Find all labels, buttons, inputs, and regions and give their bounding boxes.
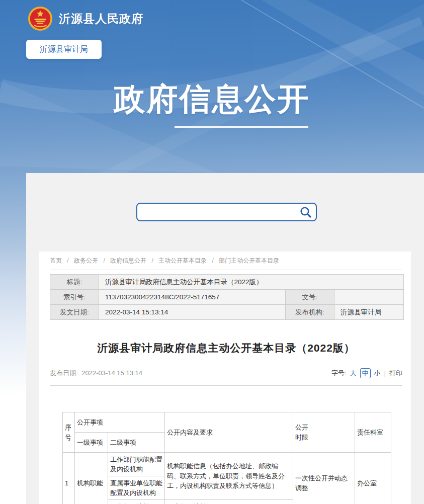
document-meta-table: 标题: 沂源县审计局政府信息主动公开基本目录（2022版） 索引号: 11370… [50, 274, 404, 320]
meta-index-label: 索引号: [50, 290, 99, 305]
cell-level1: 机构职能 [75, 453, 108, 504]
breadcrumb-basic-catalog[interactable]: 主动公开基本目录 [158, 257, 207, 264]
breadcrumb-dept-catalog[interactable]: 部门主动公开基本目录 [219, 257, 279, 264]
col-header-timeline: 公开 时限 [293, 412, 355, 453]
font-size-small-button[interactable]: 小 [374, 369, 381, 378]
breadcrumb-separator: / [212, 257, 213, 264]
site-logo-link[interactable]: 沂源县人民政府 [28, 6, 143, 31]
cell-level2-sub3: 职责任务清单 [108, 500, 165, 504]
col-header-dept: 责任科室 [355, 412, 391, 453]
meta-title-label: 标题: [50, 275, 99, 290]
breadcrumb-divider [50, 270, 402, 270]
national-emblem-icon [28, 6, 53, 31]
cell-content-sub12: 机构职能信息（包括办公地址、邮政编码、联系方式，单位职责，领导姓名及分工，内设机… [165, 453, 293, 500]
cell-dept: 办公室 [355, 453, 391, 504]
publish-date-label: 发布日期: [50, 369, 78, 377]
breadcrumb-zhengwu[interactable]: 政务公开 [74, 257, 98, 264]
col-header-seq: 序号 [63, 412, 75, 453]
cell-seq: 1 [63, 453, 75, 504]
article-divider [50, 385, 402, 386]
publish-date-value: 2022-03-14 15:13:14 [81, 369, 142, 377]
cell-level2-sub1: 工作部门职能配置及内设机构 [108, 453, 165, 476]
meta-row-title: 标题: 沂源县审计局政府信息主动公开基本目录（2022版） [50, 275, 404, 290]
search-icon [299, 206, 312, 219]
meta-date-value: 2022-03-14 15:13:14 [99, 305, 286, 320]
breadcrumb-separator: / [103, 257, 105, 264]
gov-name: 沂源县人民政府 [59, 11, 143, 27]
cell-level2-sub2: 直属事业单位职能配置及内设机构 [108, 476, 165, 500]
banner: 沂源县人民政府 沂源县审计局 政府信息公开 [0, 0, 424, 173]
meta-row-index: 索引号: 11370323004223148C/2022-5171657 文号: [50, 290, 404, 305]
search-button[interactable] [299, 206, 313, 220]
tools-divider: | [384, 370, 386, 377]
meta-index-value: 11370323004223148C/2022-5171657 [99, 290, 286, 305]
table-row: 1 机构职能 工作部门职能配置及内设机构 机构职能信息（包括办公地址、邮政编码、… [63, 453, 391, 476]
cell-content-sub3: 职责任务清单 [165, 500, 293, 504]
breadcrumb-home[interactable]: 首页 [50, 257, 62, 264]
meta-docnum-value [334, 290, 404, 305]
font-size-label: 字号: [331, 369, 347, 378]
col-header-items: 公开事项 [75, 412, 165, 433]
dept-badge-label: 沂源县审计局 [40, 44, 88, 55]
print-button[interactable]: 打印 [389, 369, 402, 378]
breadcrumb: 首页 / 政务公开 / 政府信息公开 / 主动公开基本目录 / 部门主动公开基本… [50, 251, 402, 265]
search-box [136, 203, 317, 221]
publish-date: 发布日期: 2022-03-14 15:13:14 [50, 369, 142, 378]
col-header-level1: 一级事项 [75, 433, 108, 453]
catalog-table: 序号 公开事项 公开内容及要求 公开 时限 责任科室 一级事项 二级事项 1 机… [62, 412, 391, 504]
col-header-content: 公开内容及要求 [165, 412, 293, 453]
article-title: 沂源县审计局政府信息主动公开基本目录（2022版） [50, 341, 402, 355]
cell-timeline: 一次性公开并动态调整 [293, 453, 355, 504]
meta-row-date: 发文日期: 2022-03-14 15:13:14 发布机构: 沂源县审计局 [50, 305, 404, 320]
banner-title-underline [175, 126, 308, 128]
meta-docnum-label: 文号: [286, 290, 334, 305]
meta-org-label: 发布机构: [286, 305, 334, 320]
col-header-level2: 二级事项 [108, 433, 165, 453]
font-size-medium-button[interactable]: 中 [360, 368, 371, 378]
meta-title-value: 沂源县审计局政府信息主动公开基本目录（2022版） [99, 275, 404, 290]
breadcrumb-separator: / [151, 257, 153, 264]
dept-badge-button[interactable]: 沂源县审计局 [26, 40, 102, 59]
meta-org-value: 沂源县审计局 [334, 305, 404, 320]
font-size-tools: 字号: 大 中 小 | 打印 [331, 368, 402, 378]
meta-date-label: 发文日期: [50, 305, 99, 320]
article-card: 首页 / 政务公开 / 政府信息公开 / 主动公开基本目录 / 部门主动公开基本… [39, 251, 411, 504]
banner-page-title: 政府信息公开 [0, 82, 424, 116]
font-size-large-button[interactable]: 大 [350, 369, 357, 378]
catalog-header-row-1: 序号 公开事项 公开内容及要求 公开 时限 责任科室 [63, 412, 391, 433]
search-input[interactable] [142, 205, 293, 219]
article-meta-row: 发布日期: 2022-03-14 15:13:14 字号: 大 中 小 | 打印 [50, 368, 402, 378]
breadcrumb-separator: / [67, 257, 68, 264]
breadcrumb-info-disclosure[interactable]: 政府信息公开 [110, 257, 146, 264]
